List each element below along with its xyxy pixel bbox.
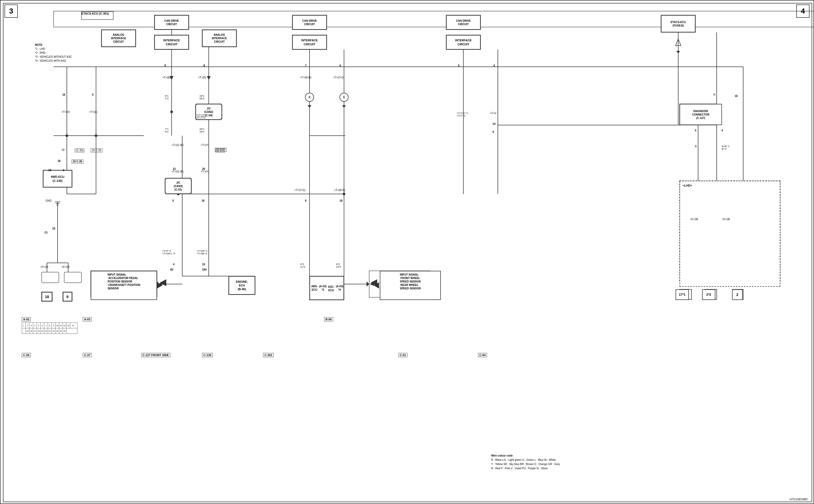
lhd-label: <LHD> — [683, 184, 692, 187]
svg-text:6: 6 — [309, 95, 311, 99]
wire-t-p: <T>P *1<T>GR-L *2 — [162, 250, 175, 255]
pin-5-4wd: 5 — [63, 169, 64, 172]
lhd-box: <LHD> — [680, 181, 780, 287]
pin-15-engine: 15 — [202, 263, 205, 266]
pin-43-abs: 4*311*4 — [300, 263, 305, 268]
svg-point-91 — [95, 134, 97, 137]
svg-rect-21 — [42, 272, 59, 283]
wire-t-b: <T>(B) — [162, 76, 170, 79]
conn-c37-label: C-37 — [83, 353, 92, 357]
c04-ref: (C-04) — [197, 114, 205, 118]
footer-code: H7G15E04BC — [790, 498, 808, 501]
etacs-ecu-fuse: ETACS-ECU (FUSE⑤) — [661, 15, 696, 32]
c37-ref: 20 C-37 — [215, 148, 227, 152]
abs-asc-ecu: ABS-ECU (A-02) *3 ASC-ECU (A-03) *4 — [310, 276, 344, 300]
pin-67-1: 6*17*2 — [165, 95, 169, 100]
terminal-2-2: 2*2 — [702, 289, 715, 300]
interface-circuit-3: INTERFACE CIRCUIT — [446, 35, 481, 50]
wire-t-l-left: <T>(L) — [89, 110, 97, 113]
wire-t-rb2: <T>(R-B) — [334, 189, 345, 192]
f2b-left-2: <F>2B — [61, 266, 69, 268]
note-title: NOTE — [35, 43, 72, 47]
pin-13-4wd: 13 — [48, 169, 51, 172]
wire-t-rb: <T>(R-B) — [300, 76, 311, 79]
terminal-2: 2 — [732, 289, 743, 300]
analog-interface-2: ANALOG INTERFACE CIRCUIT — [202, 30, 237, 47]
pin-5-diag: 5 — [695, 129, 697, 132]
svg-marker-107 — [676, 39, 681, 46]
svg-point-99 — [305, 93, 314, 101]
can-drive-circuit-1: CAN DRIVE CIRCUIT — [154, 15, 189, 30]
wire-t-gw: <T>(G-W) — [171, 144, 183, 147]
conn-c01-label: C-01 — [398, 353, 407, 357]
input-arrow-right — [374, 282, 379, 289]
engine-ecu: ENGINE- ECU (B-06) — [229, 276, 255, 295]
pin-5-r: 5 — [458, 64, 460, 67]
interface-circuit-1: INTERFACE CIRCUIT — [154, 35, 189, 50]
pin-19-c35: 19 C-35 — [72, 160, 83, 163]
wire-t-yg2: <T>(Y-G) — [295, 189, 305, 192]
conn-c301-label: C-301 — [263, 353, 274, 357]
pin-4: 4 — [493, 64, 495, 67]
can-drive-circuit-3: CAN DRIVE CIRCUIT — [446, 15, 481, 30]
input-arrow-left — [157, 282, 162, 289]
f2b-right-1: <F>2B — [690, 218, 698, 221]
svg-text:6: 6 — [343, 95, 345, 99]
svg-marker-109 — [676, 51, 680, 54]
wire-bw: B-W *1B *2 — [722, 145, 730, 150]
pin-16-can3: 16 — [201, 199, 205, 202]
pin-16-diag: 16 — [735, 95, 738, 98]
input-signal-left: INPUT SIGNAL·ACCELERATOR PEDALPOSITION S… — [91, 271, 157, 300]
4wd-ecu: 4WD-ECU (C-130) — [43, 170, 72, 187]
page-number-left: 3 — [5, 5, 18, 18]
conn-c04-label: C-04 — [478, 353, 487, 357]
pin-9: 9 — [164, 64, 166, 67]
conn-a03-label: A-03 — [83, 317, 92, 321]
wire-t-v-left: <T>(V) — [61, 110, 70, 113]
f2b-left-1: <F>2B — [40, 266, 48, 268]
pin-19-abs: 19 — [340, 199, 342, 202]
interface-circuit-2: INTERFACE CIRCUIT — [292, 35, 327, 50]
pin-2019-2: 20*119*2 — [199, 128, 205, 133]
conn-b06-label: B-06 — [324, 317, 333, 321]
svg-marker-65 — [367, 281, 369, 287]
svg-point-93 — [343, 193, 345, 195]
svg-point-88 — [170, 110, 173, 113]
etacs-ecu-label: ETACS-ECU (C-301) — [81, 12, 109, 15]
wire-t-gw-2: <T>(G-W) — [171, 170, 183, 173]
wire-t-y: <T>(Y) — [201, 144, 209, 147]
note-section: NOTE *1 : LHD *2 : RHD *3 : VEHICLES WIT… — [35, 43, 72, 63]
pin-83: 83 — [170, 268, 173, 271]
pin-16: 16 — [62, 93, 65, 96]
svg-marker-102 — [308, 105, 311, 108]
c35-label: (C-35) — [75, 148, 84, 152]
pin-1920-1: 19*120*2 — [199, 95, 205, 100]
pin-8: 8 — [204, 64, 205, 67]
pin-14: 14 — [492, 122, 495, 125]
svg-marker-98 — [370, 282, 374, 286]
terminal-9: 9 — [63, 292, 72, 301]
pin-5: 5 — [92, 93, 94, 96]
pin-7: 7 — [305, 64, 307, 67]
wiring-diagram-page: 6 6 3 4 NOTE *1 : LHD * — [0, 0, 814, 504]
wire-t-v: <T>V — [490, 112, 496, 115]
wire-t-0: <T>(0) — [198, 76, 206, 79]
pin-4-engine: 4 — [173, 263, 174, 266]
gnd-label: GND — [46, 199, 51, 202]
wire-color-legend: Wire colour code B : Black LG : Light gr… — [491, 454, 560, 471]
terminal-18: 18 — [42, 292, 52, 301]
page-number-right: 4 — [796, 5, 809, 18]
conn-c35-label: C-35 — [22, 353, 31, 357]
jc-can3: J/C (CAN3) (C-01) — [165, 178, 191, 194]
svg-point-90 — [65, 134, 68, 137]
svg-rect-22 — [64, 272, 81, 283]
wire-t-yg: <T>(Y-G) — [333, 76, 344, 79]
conn-c127-label: C-127 FRONT SIDE — [141, 353, 170, 357]
svg-marker-41 — [207, 76, 211, 80]
pin-18-4wd: 18 — [58, 160, 60, 162]
pin-6-diag: 6 — [492, 130, 494, 133]
pin-5-can3: 5 — [172, 199, 174, 202]
diagnosis-connector: DIAGNOSIS CONNECTOR (C-127) — [680, 104, 722, 125]
svg-point-103 — [340, 93, 348, 101]
pin-10: 10 — [52, 227, 55, 230]
